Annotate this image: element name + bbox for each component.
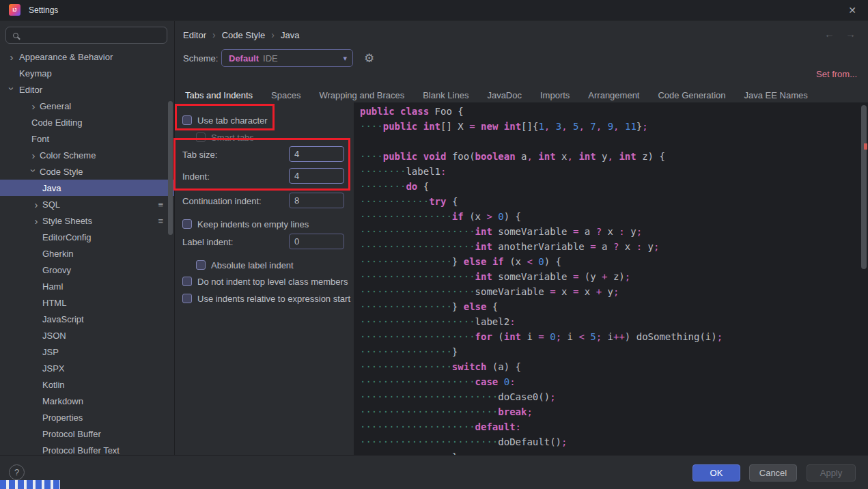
chevron-down-icon[interactable]: › xyxy=(7,85,17,92)
keep-indents-checkbox[interactable] xyxy=(182,219,192,229)
breadcrumb-item-editor[interactable]: Editor xyxy=(183,30,206,40)
sidebar-item-sql[interactable]: ›SQL≡ xyxy=(0,196,174,212)
indents-relative-checkbox[interactable] xyxy=(182,294,192,303)
sidebar-item-jspx[interactable]: JSPX xyxy=(0,360,174,376)
continuation-indent-input[interactable] xyxy=(289,193,344,208)
sidebar-item-editorconfig[interactable]: EditorConfig xyxy=(0,229,174,245)
tab-imports[interactable]: Imports xyxy=(540,90,570,100)
code-token: z) { xyxy=(636,151,665,162)
code-token: ++ xyxy=(613,331,625,342)
sidebar-item-color-scheme[interactable]: ›Color Scheme xyxy=(0,147,174,163)
cancel-button[interactable]: Cancel xyxy=(749,464,797,481)
code-token: ) doSomething(i) xyxy=(625,331,717,342)
sidebar-item-kotlin[interactable]: Kotlin xyxy=(0,376,174,393)
settings-search-box[interactable] xyxy=(5,27,167,44)
tab-java-ee-names[interactable]: Java EE Names xyxy=(744,90,808,100)
tab-tabs-and-indents[interactable]: Tabs and Indents xyxy=(185,90,253,100)
sidebar-item-appearance-behavior[interactable]: ›Appearance & Behavior xyxy=(0,48,174,65)
content-header: Editor›Code Style›Java ← → Scheme: Defau… xyxy=(176,21,868,102)
chevron-right-icon[interactable]: › xyxy=(30,101,37,111)
sidebar-item-style-sheets[interactable]: ›Style Sheets≡ xyxy=(0,212,174,229)
label-indent-input[interactable] xyxy=(289,234,344,249)
tab-arrangement[interactable]: Arrangement xyxy=(588,90,639,100)
search-input[interactable] xyxy=(23,31,167,40)
code-token: ; xyxy=(596,331,602,342)
absolute-label-indent-checkbox[interactable] xyxy=(196,260,206,270)
indents-relative-row[interactable]: Use indents relative to expression start xyxy=(182,290,351,307)
sidebar-item-protocol-buffer[interactable]: Protocol Buffer xyxy=(0,425,174,442)
sidebar-item-editor[interactable]: ›Editor xyxy=(0,81,174,98)
code-token: { xyxy=(486,301,498,312)
code-preview-panel[interactable]: public class Foo {····public int[] X = n… xyxy=(354,102,868,455)
indent-dots: ················ xyxy=(360,256,452,267)
smart-tabs-checkbox xyxy=(196,132,206,142)
gear-icon[interactable]: ⚙ xyxy=(364,51,374,66)
code-token: ( xyxy=(492,331,504,342)
tab-code-generation[interactable]: Code Generation xyxy=(658,90,725,100)
code-token: foo( xyxy=(446,151,475,162)
help-icon[interactable]: ? xyxy=(9,464,25,480)
indent-dots: ························ xyxy=(360,436,498,447)
chevron-right-icon[interactable]: › xyxy=(33,216,40,226)
sidebar-item-label: Markdown xyxy=(42,396,83,406)
tab-javadoc[interactable]: JavaDoc xyxy=(487,90,522,100)
no-indent-top-level-checkbox[interactable] xyxy=(182,277,192,286)
chevron-down-icon[interactable]: › xyxy=(29,167,39,174)
list-icon[interactable]: ≡ xyxy=(158,200,163,209)
sidebar-scrollbar-thumb[interactable] xyxy=(168,101,173,235)
absolute-label-indent-row[interactable]: Absolute label indent xyxy=(182,257,351,273)
sidebar-item-html[interactable]: HTML xyxy=(0,294,174,311)
sidebar-item-properties[interactable]: Properties xyxy=(0,409,174,425)
code-scrollbar-thumb[interactable] xyxy=(861,105,867,269)
sidebar-item-java[interactable]: Java xyxy=(0,180,174,196)
code-token: switch xyxy=(452,361,487,372)
tab-wrapping-and-braces[interactable]: Wrapping and Braces xyxy=(319,90,404,100)
code-token xyxy=(550,121,555,132)
sidebar-item-code-editing[interactable]: Code Editing xyxy=(0,114,174,130)
sidebar-item-code-style[interactable]: ›Code Style xyxy=(0,163,174,180)
breadcrumb-item-java[interactable]: Java xyxy=(281,30,299,40)
chevron-right-icon[interactable]: › xyxy=(33,199,40,210)
use-tab-character-row[interactable]: Use tab character xyxy=(182,112,351,128)
code-token: (x xyxy=(504,256,527,267)
sidebar-item-groovy[interactable]: Groovy xyxy=(0,262,174,278)
code-token xyxy=(585,331,590,342)
chevron-right-icon[interactable]: › xyxy=(8,52,15,62)
sidebar-item-haml[interactable]: Haml xyxy=(0,278,174,294)
ok-button[interactable]: OK xyxy=(692,464,740,481)
code-token: } xyxy=(636,121,642,132)
sidebar-item-json[interactable]: JSON xyxy=(0,327,174,344)
sidebar-item-jsp[interactable]: JSP xyxy=(0,344,174,360)
code-token: : xyxy=(516,421,521,432)
set-from-link[interactable]: Set from... xyxy=(816,69,857,79)
chevron-right-icon[interactable]: › xyxy=(30,150,37,160)
tab-blank-lines[interactable]: Blank Lines xyxy=(423,90,468,100)
code-token: = xyxy=(590,241,596,252)
sidebar-item-general[interactable]: ›General xyxy=(0,98,174,114)
back-icon[interactable]: ← xyxy=(824,28,835,40)
checkbox-label: Use indents relative to expression start xyxy=(197,294,350,304)
sidebar-item-keymap[interactable]: Keymap xyxy=(0,65,174,81)
sidebar-item-markdown[interactable]: Markdown xyxy=(0,393,174,409)
sidebar-item-label: JavaScript xyxy=(42,314,84,324)
scheme-select[interactable]: Default IDE ▾ xyxy=(221,49,353,67)
sidebar-item-javascript[interactable]: JavaScript xyxy=(0,311,174,327)
apply-button[interactable]: Apply xyxy=(807,464,856,481)
keep-indents-row[interactable]: Keep indents on empty lines xyxy=(182,216,351,232)
sidebar-item-font[interactable]: Font xyxy=(0,130,174,147)
no-indent-top-level-row[interactable]: Do not indent top level class members xyxy=(182,273,351,290)
sidebar-item-protocol-buffer-text[interactable]: Protocol Buffer Text xyxy=(0,442,174,455)
sidebar-item-label: General xyxy=(40,101,71,111)
breadcrumb-item-code-style[interactable]: Code Style xyxy=(222,30,266,40)
indent-input[interactable] xyxy=(289,168,344,184)
continuation-indent-label: Continuation indent: xyxy=(182,196,262,206)
tab-size-input[interactable] xyxy=(289,146,344,162)
code-token: , xyxy=(561,121,567,132)
code-token: a xyxy=(516,151,527,162)
tab-spaces[interactable]: Spaces xyxy=(271,90,300,100)
forward-icon[interactable]: → xyxy=(845,28,856,40)
close-icon[interactable]: ✕ xyxy=(837,0,868,20)
sidebar-item-gherkin[interactable]: Gherkin xyxy=(0,245,174,262)
list-icon[interactable]: ≡ xyxy=(158,216,163,225)
use-tab-character-checkbox[interactable] xyxy=(182,115,192,125)
